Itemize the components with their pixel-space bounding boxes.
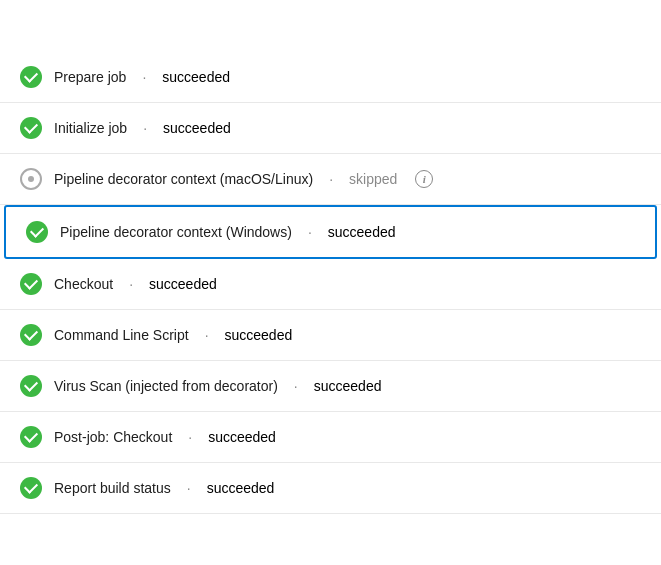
separator-report-build-status: · xyxy=(187,480,191,496)
job-label-prepare-job: Prepare job xyxy=(54,69,126,85)
job-label-pipeline-decorator-windows: Pipeline decorator context (Windows) xyxy=(60,224,292,240)
job-label-virus-scan: Virus Scan (injected from decorator) xyxy=(54,378,278,394)
status-icon-post-job-checkout xyxy=(20,426,42,448)
job-label-post-job-checkout: Post-job: Checkout xyxy=(54,429,172,445)
job-label-report-build-status: Report build status xyxy=(54,480,171,496)
separator-initialize-job: · xyxy=(143,120,147,136)
status-text-checkout: succeeded xyxy=(149,276,217,292)
separator-virus-scan: · xyxy=(294,378,298,394)
job-label-checkout: Checkout xyxy=(54,276,113,292)
status-text-virus-scan: succeeded xyxy=(314,378,382,394)
job-item-report-build-status[interactable]: Report build status·succeeded xyxy=(0,463,661,514)
job-item-post-job-checkout[interactable]: Post-job: Checkout·succeeded xyxy=(0,412,661,463)
separator-prepare-job: · xyxy=(142,69,146,85)
status-text-prepare-job: succeeded xyxy=(162,69,230,85)
job-item-prepare-job[interactable]: Prepare job·succeeded xyxy=(0,52,661,103)
job-item-virus-scan[interactable]: Virus Scan (injected from decorator)·suc… xyxy=(0,361,661,412)
status-icon-report-build-status xyxy=(20,477,42,499)
job-label-command-line-script: Command Line Script xyxy=(54,327,189,343)
status-icon-pipeline-decorator-windows xyxy=(26,221,48,243)
job-item-initialize-job[interactable]: Initialize job·succeeded xyxy=(0,103,661,154)
status-text-initialize-job: succeeded xyxy=(163,120,231,136)
status-icon-initialize-job xyxy=(20,117,42,139)
separator-post-job-checkout: · xyxy=(188,429,192,445)
status-icon-prepare-job xyxy=(20,66,42,88)
job-item-pipeline-decorator-windows[interactable]: Pipeline decorator context (Windows)·suc… xyxy=(4,205,657,259)
separator-command-line-script: · xyxy=(205,327,209,343)
status-text-post-job-checkout: succeeded xyxy=(208,429,276,445)
status-text-pipeline-decorator-macos: skipped xyxy=(349,171,397,187)
job-item-pipeline-decorator-macos[interactable]: Pipeline decorator context (macOS/Linux)… xyxy=(0,154,661,205)
status-icon-virus-scan xyxy=(20,375,42,397)
status-icon-pipeline-decorator-macos xyxy=(20,168,42,190)
status-text-report-build-status: succeeded xyxy=(207,480,275,496)
info-icon-pipeline-decorator-macos[interactable]: i xyxy=(415,170,433,188)
separator-pipeline-decorator-macos: · xyxy=(329,171,333,187)
job-item-checkout[interactable]: Checkout·succeeded xyxy=(0,259,661,310)
separator-pipeline-decorator-windows: · xyxy=(308,224,312,240)
status-text-command-line-script: succeeded xyxy=(225,327,293,343)
job-item-command-line-script[interactable]: Command Line Script·succeeded xyxy=(0,310,661,361)
job-list: Prepare job·succeededInitialize job·succ… xyxy=(0,52,661,514)
status-text-pipeline-decorator-windows: succeeded xyxy=(328,224,396,240)
job-label-pipeline-decorator-macos: Pipeline decorator context (macOS/Linux) xyxy=(54,171,313,187)
status-icon-command-line-script xyxy=(20,324,42,346)
status-icon-checkout xyxy=(20,273,42,295)
separator-checkout: · xyxy=(129,276,133,292)
job-label-initialize-job: Initialize job xyxy=(54,120,127,136)
